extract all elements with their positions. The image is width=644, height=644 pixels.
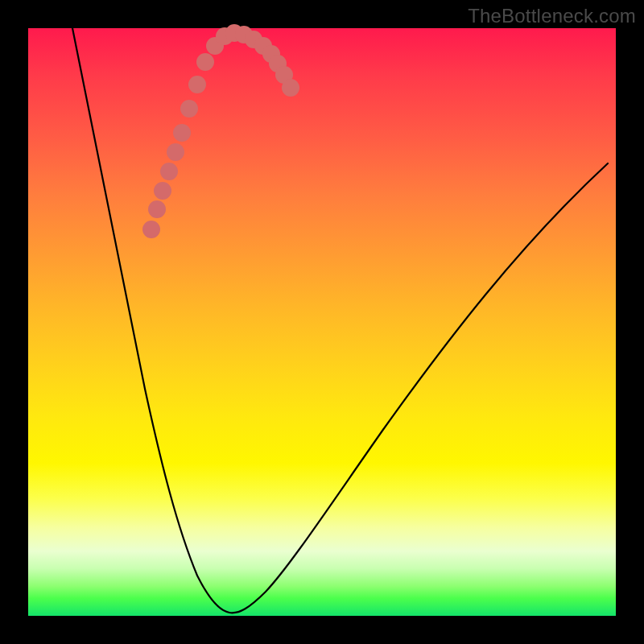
highlight-dot bbox=[148, 200, 166, 218]
highlight-dot bbox=[167, 143, 184, 161]
bottleneck-curve-svg bbox=[28, 28, 616, 616]
highlight-dot bbox=[142, 221, 160, 238]
chart-frame: TheBottleneck.com bbox=[0, 0, 644, 644]
highlight-dot bbox=[282, 79, 299, 97]
highlight-dot-group bbox=[142, 24, 299, 238]
highlight-dot bbox=[173, 124, 191, 142]
highlight-dot bbox=[154, 182, 171, 200]
highlight-dot bbox=[196, 53, 214, 71]
bottleneck-curve-path bbox=[72, 28, 608, 613]
highlight-dot bbox=[188, 76, 206, 93]
highlight-dot bbox=[160, 163, 178, 180]
watermark-text: TheBottleneck.com bbox=[468, 5, 636, 27]
highlight-dot bbox=[180, 100, 198, 118]
plot-area bbox=[28, 28, 616, 616]
